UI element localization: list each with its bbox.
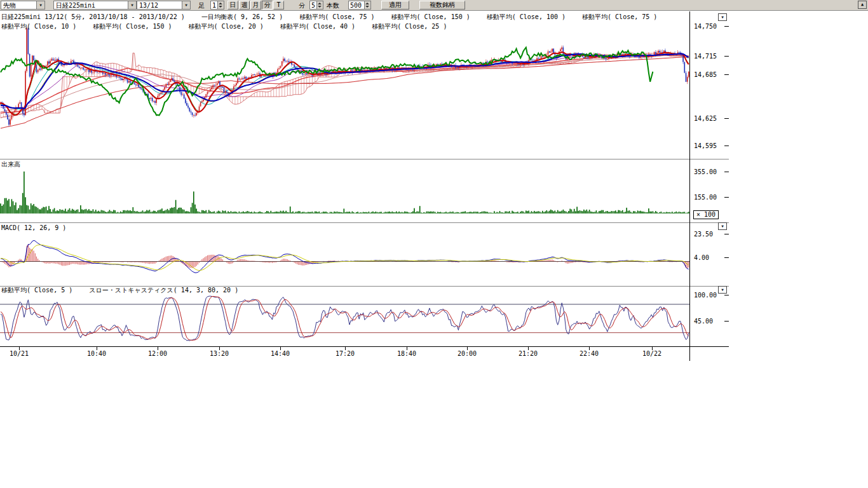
axes	[0, 11, 729, 361]
toolbar: 先物 ▼ 日経225mini ▼ 13/12 ▼ 足 1 日週月分T 分 5	[0, 0, 868, 11]
multi-symbol-button[interactable]: 複数銘柄	[419, 1, 465, 10]
stepper-arrows[interactable]	[217, 1, 224, 9]
symbol-value: 日経225mini	[56, 2, 95, 9]
scroll-up-icon: ▲	[861, 2, 864, 7]
scroll-up-button[interactable]: ▲	[858, 1, 867, 9]
time-axis-label: 18:40	[393, 350, 421, 357]
time-axis-label: 10/21	[5, 350, 33, 357]
chevron-down-icon: ▼	[721, 15, 724, 19]
bar-multiplier-stepper[interactable]: 1	[210, 1, 224, 10]
volume-panel-label: 出来高	[1, 161, 37, 168]
period-button-month[interactable]: 月	[250, 1, 261, 10]
ma-100-line	[1, 55, 689, 118]
time-axis-label: 17:20	[331, 350, 359, 357]
contract-month-select[interactable]: 13/12 ▼	[137, 1, 191, 10]
spinner-up-icon[interactable]	[365, 3, 369, 4]
time-axis-label: 14:40	[266, 350, 294, 357]
chevron-down-icon: ▼	[721, 287, 724, 292]
legend-item: 一目均衡表( 9, 26, 52 )	[201, 13, 283, 20]
time-axis-label: 20:00	[453, 350, 481, 357]
spinner-up-icon[interactable]	[219, 3, 222, 4]
time-axis-label: 13:20	[205, 350, 233, 357]
ma-150-line	[1, 57, 689, 128]
period-button-day[interactable]: 日	[227, 1, 238, 10]
volume-axis-label: 355.00	[694, 168, 717, 175]
price-axis-label: 14,685	[694, 71, 717, 78]
spinner-down-icon[interactable]	[318, 6, 322, 8]
macd-panel-dropdown-button[interactable]: ▼	[718, 222, 727, 230]
time-axis-label: 22:40	[575, 350, 603, 357]
volume-multiplier-box: × 100	[693, 210, 719, 219]
volume-label: 出来高	[1, 161, 20, 168]
macd-axis-label: 4.00	[694, 254, 709, 261]
volume-multiplier: × 100	[696, 211, 715, 218]
chart-canvas	[0, 0, 868, 488]
kijun-line	[1, 54, 689, 109]
time-axis-label: 21:20	[514, 350, 542, 357]
price-axis-label: 14,715	[694, 53, 717, 60]
spinner-down-icon[interactable]	[365, 6, 369, 8]
macd-panel-label: MACD( 12, 26, 9 )	[1, 224, 83, 232]
legend-item: 移動平均( Close, 40 )	[280, 23, 355, 30]
bar-multiplier-value: 1	[212, 2, 216, 9]
time-axis-label: 10:40	[83, 350, 111, 357]
chevron-down-icon[interactable]: ▼	[36, 1, 44, 9]
chart-title: 日経225mini 13/12( 5分, 2013/10/18 - 2013/1…	[1, 13, 185, 20]
main-chart-legend: 日経225mini 13/12( 5分, 2013/10/18 - 2013/1…	[1, 13, 674, 21]
legend-item: 移動平均( Close, 5 )	[1, 287, 72, 294]
spinner-up-icon[interactable]	[318, 3, 322, 4]
volume-axis-label: 155.00	[694, 194, 717, 201]
minute-value: 5	[311, 2, 315, 9]
stoch-panel-dropdown-button[interactable]: ▼	[718, 286, 727, 294]
stoch-k-line	[1, 296, 689, 341]
count-value: 500	[350, 2, 362, 9]
apply-button[interactable]: 適用	[381, 1, 409, 10]
chevron-down-icon[interactable]: ▼	[128, 1, 136, 9]
macd-histogram	[1, 244, 689, 268]
main-chart-legend-2: 移動平均( Close, 10 )移動平均( Close, 150 )移動平均(…	[1, 23, 463, 30]
legend-item: 移動平均( Close, 20 )	[189, 23, 264, 30]
ma-20-line	[1, 53, 689, 111]
stoch-axis-label: 100.00	[694, 292, 717, 299]
chart-application: 先物 ▼ 日経225mini ▼ 13/12 ▼ 足 1 日週月分T 分 5	[0, 0, 868, 488]
period-button-week[interactable]: 週	[239, 1, 250, 10]
macd-panel	[0, 241, 689, 273]
contract-month-value: 13/12	[139, 2, 158, 9]
price-panel-dropdown-button[interactable]: ▼	[718, 13, 727, 21]
minute-label: 分	[299, 2, 305, 9]
symbol-select[interactable]: 日経225mini ▼	[53, 1, 137, 10]
macd-axis-label: 23.50	[694, 231, 713, 238]
stoch-d-line	[1, 296, 689, 340]
macd-signal-line	[1, 245, 689, 270]
legend-item: 移動平均( Close, 75 )	[582, 13, 657, 20]
spinner-down-icon[interactable]	[219, 6, 222, 8]
stoch-panel	[0, 296, 689, 341]
legend-item: 移動平均( Close, 150 )	[93, 23, 172, 30]
legend-item: 移動平均( Close, 25 )	[372, 23, 447, 30]
volume-bars	[0, 172, 689, 214]
price-panel	[0, 27, 689, 129]
legend-item: 移動平均( Close, 75 )	[299, 13, 374, 20]
chevron-down-icon: ▼	[721, 224, 724, 228]
chevron-down-icon[interactable]: ▼	[182, 1, 190, 9]
bar-label: 足	[198, 2, 205, 9]
time-axis-label: 10/22	[638, 350, 666, 357]
legend-item: スロー・ストキャスティクス( 14, 3, 80, 20 )	[89, 287, 238, 294]
legend-item: 移動平均( Close, 100 )	[487, 13, 566, 20]
macd-label: MACD( 12, 26, 9 )	[1, 224, 66, 231]
instrument-type-select[interactable]: 先物 ▼	[1, 1, 45, 10]
ma-25-line	[1, 54, 689, 109]
period-button-minute[interactable]: 分	[262, 1, 273, 10]
legend-item: 移動平均( Close, 10 )	[1, 23, 76, 30]
price-axis-label: 14,595	[694, 142, 717, 149]
stepper-arrows[interactable]	[364, 1, 370, 9]
period-button-tick[interactable]: T	[273, 1, 284, 10]
count-stepper[interactable]: 500	[348, 1, 371, 10]
stoch-panel-label: 移動平均( Close, 5 )スロー・ストキャスティクス( 14, 3, 80…	[1, 287, 255, 294]
stepper-arrows[interactable]	[316, 1, 323, 9]
instrument-type-value: 先物	[3, 2, 16, 9]
legend-item: 移動平均( Close, 150 )	[391, 13, 470, 20]
minute-stepper[interactable]: 5	[309, 1, 323, 10]
price-axis-label: 14,750	[694, 23, 717, 30]
price-axis-label: 14,625	[694, 115, 717, 122]
